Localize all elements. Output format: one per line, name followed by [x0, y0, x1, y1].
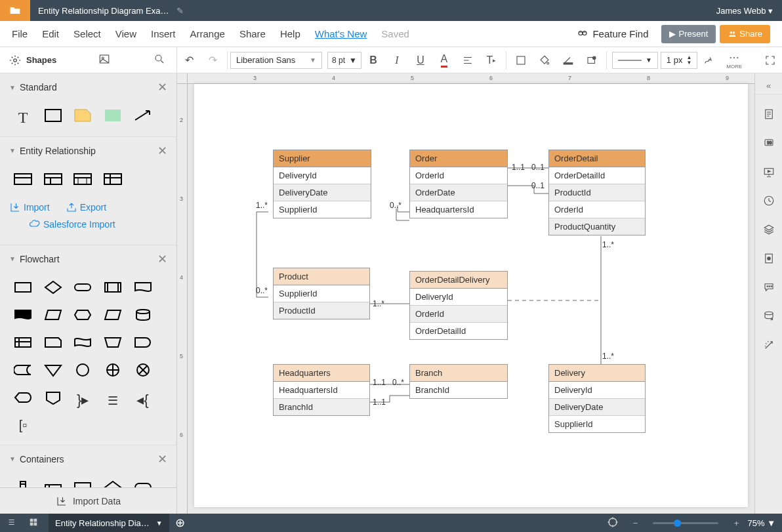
text-shape[interactable]: T — [9, 106, 37, 130]
menu-edit[interactable]: Edit — [42, 28, 59, 39]
er-salesforce-link[interactable]: Salesforce Import — [29, 218, 115, 230]
feature-find[interactable]: Feature Find — [577, 28, 648, 40]
fc-offpage[interactable] — [39, 386, 67, 409]
search-icon[interactable] — [152, 53, 167, 67]
category-standard[interactable]: ▼Standard✕ — [0, 73, 176, 101]
menu-view[interactable]: View — [115, 28, 136, 39]
folder-icon[interactable] — [0, 0, 30, 21]
collapse-icon[interactable]: « — [755, 77, 782, 94]
category-er[interactable]: ▼Entity Relationship✕ — [0, 137, 176, 165]
fc-display[interactable] — [9, 386, 37, 409]
entity-orderdetail[interactable]: OrderDetail OrderDetailId ProductId Orde… — [548, 150, 646, 235]
note-shape[interactable] — [69, 104, 96, 127]
italic-icon[interactable]: I — [385, 47, 409, 73]
underline-icon[interactable]: U — [409, 47, 432, 73]
page-tab[interactable]: Entity Relationship Dia…▼ — [49, 514, 169, 532]
close-icon[interactable]: ✕ — [157, 252, 167, 266]
close-icon[interactable]: ✕ — [157, 452, 167, 466]
align-icon[interactable] — [456, 47, 480, 73]
block-shape[interactable] — [99, 104, 127, 127]
master-icon[interactable] — [758, 244, 780, 273]
border-icon[interactable] — [556, 47, 580, 73]
redo-icon[interactable]: ↷ — [201, 47, 224, 73]
er-shape-1[interactable] — [9, 167, 37, 191]
present-button[interactable]: ▶ Present — [661, 25, 716, 43]
zoom-out-icon[interactable]: − — [624, 518, 646, 528]
zoom-value[interactable]: 75% ▼ — [747, 518, 775, 528]
fc-predef[interactable] — [99, 276, 127, 299]
fc-delay[interactable] — [129, 331, 157, 354]
fc-sum[interactable] — [129, 358, 157, 382]
fc-merge[interactable] — [39, 358, 67, 382]
fc-card[interactable] — [39, 331, 67, 354]
entity-headquarters[interactable]: Headquarters HeadquartersId BranchId — [273, 364, 370, 416]
category-containers[interactable]: ▼Containers✕ — [0, 445, 176, 473]
more-button[interactable]: ⋯MORE — [726, 51, 742, 70]
shape-options-icon[interactable] — [580, 47, 604, 73]
fc-intern[interactable] — [9, 331, 37, 354]
menu-insert[interactable]: Insert — [151, 28, 176, 39]
fc-note[interactable]: ☰ — [99, 389, 127, 413]
fullscreen-icon[interactable] — [758, 47, 782, 73]
er-shape-3[interactable] — [69, 167, 96, 191]
arrow-shape[interactable] — [129, 104, 157, 127]
fc-rect[interactable] — [9, 276, 37, 299]
target-icon[interactable] — [602, 516, 624, 530]
shape-fill-icon[interactable] — [509, 47, 533, 73]
line-width-select[interactable]: 1 px▲▼ — [661, 52, 698, 69]
present-icon[interactable] — [758, 157, 780, 186]
menu-file[interactable]: File — [12, 28, 28, 39]
entity-delivery[interactable]: Delivery DeliveryId DeliveryDate Supplie… — [548, 364, 646, 433]
fc-trap[interactable] — [39, 303, 67, 327]
page-settings-icon[interactable] — [758, 100, 780, 129]
category-flowchart[interactable]: ▼Flowchart✕ — [0, 245, 176, 273]
magic-icon[interactable] — [758, 331, 780, 359]
undo-icon[interactable]: ↶ — [177, 47, 201, 73]
chat-icon[interactable] — [758, 273, 780, 302]
entity-order[interactable]: Order OrderId OrderDate HeadquartersId — [409, 150, 508, 218]
user-menu[interactable]: James Webb ▾ — [707, 6, 782, 16]
er-export-link[interactable]: Export — [66, 201, 106, 213]
entity-product[interactable]: Product SupplierId ProductId — [273, 268, 370, 319]
rect-shape[interactable] — [39, 104, 67, 127]
fc-para[interactable] — [99, 303, 127, 327]
fc-doc2[interactable] — [9, 303, 37, 327]
fc-manop[interactable] — [99, 331, 127, 354]
menu-select[interactable]: Select — [73, 28, 101, 39]
layers-icon[interactable] — [758, 215, 780, 244]
menu-help[interactable]: Help — [280, 28, 300, 39]
fc-conn[interactable] — [69, 358, 96, 382]
data-icon[interactable] — [758, 302, 780, 331]
zoom-in-icon[interactable]: + — [725, 518, 747, 528]
close-icon[interactable]: ✕ — [157, 80, 167, 94]
entity-branch[interactable]: Branch BranchId — [409, 364, 508, 399]
rename-icon[interactable]: ✎ — [176, 6, 184, 16]
fc-tape[interactable] — [69, 331, 96, 354]
line-options-icon[interactable] — [697, 47, 721, 73]
menu-arrange[interactable]: Arrange — [190, 28, 225, 39]
fc-brace-r[interactable]: }▸ — [69, 388, 96, 412]
fc-doc[interactable] — [129, 276, 157, 299]
text-color-icon[interactable]: A — [432, 47, 456, 73]
bold-icon[interactable]: B — [361, 47, 385, 73]
gear-icon[interactable] — [9, 54, 21, 66]
er-shape-4[interactable] — [99, 167, 127, 191]
share-button[interactable]: Share — [720, 25, 770, 43]
add-page-icon[interactable]: ⊕ — [169, 516, 192, 530]
history-icon[interactable] — [758, 186, 780, 215]
entity-supplier[interactable]: Supplier DeliveryId DeliveryDate Supplie… — [273, 150, 371, 218]
font-select[interactable]: Liberation Sans▼ — [230, 52, 322, 69]
fill-icon[interactable] — [533, 47, 556, 73]
entity-orderdetaildelivery[interactable]: OrderDetailDelivery DeliveryId OrderId O… — [409, 271, 508, 340]
fontsize-select[interactable]: 8 pt▼ — [327, 52, 361, 69]
grid-view-icon[interactable] — [22, 518, 45, 529]
fc-stored[interactable] — [9, 358, 37, 382]
er-import-link[interactable]: Import — [9, 201, 50, 213]
import-data-button[interactable]: Import Data — [0, 487, 176, 514]
menu-share[interactable]: Share — [239, 28, 266, 39]
list-view-icon[interactable] — [0, 518, 22, 529]
image-icon[interactable] — [96, 53, 112, 67]
fc-hex[interactable] — [69, 303, 96, 327]
menu-whatsnew[interactable]: What's New — [315, 28, 367, 39]
fc-bracket[interactable]: [▫ — [9, 413, 37, 437]
